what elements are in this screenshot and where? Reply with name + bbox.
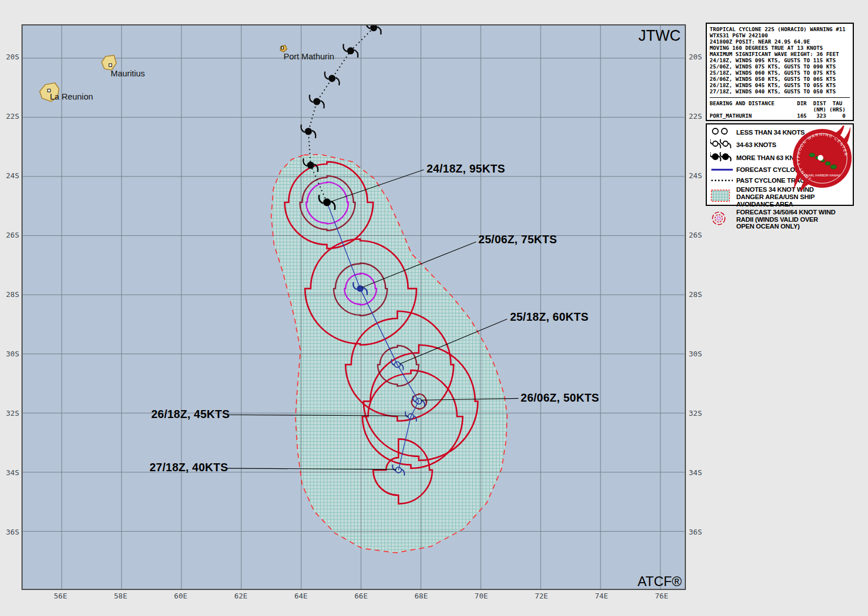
lon-tick-label: 76E xyxy=(653,592,670,600)
lon-tick-label: 70E xyxy=(473,592,490,600)
legend-box: LESS THAN 34 KNOTS 34-63 KNOTS xyxy=(706,123,854,206)
lon-tick-label: 74E xyxy=(593,592,610,600)
past-position-symbol xyxy=(325,72,339,85)
lat-tick-label: 28S xyxy=(689,290,706,299)
annotation-26-06z: 26/06Z, 50KTS xyxy=(521,391,599,404)
lat-tick-label: 20S xyxy=(2,53,19,61)
hurricane-icon xyxy=(710,152,736,164)
past-position-symbol xyxy=(343,44,358,58)
warning-text-box: TROPICAL CYCLONE 22S (HORACIO) WARNING #… xyxy=(706,23,854,121)
mauritius-marker xyxy=(109,64,112,67)
lat-tick-label: 22S xyxy=(2,112,19,120)
lat-tick-label: 24S xyxy=(689,171,706,180)
annotation-27-18z: 27/18Z, 40KTS xyxy=(149,461,228,473)
legend-label: FORECAST 34/50/64 KNOT WIND RADII (WINDS… xyxy=(736,209,837,231)
map-canvas: Mauritius La Reunion Port Mathurin 24/18… xyxy=(23,25,685,589)
lon-tick-label: 60E xyxy=(172,592,189,600)
island-label-port-mathurin: Port Mathurin xyxy=(283,51,334,61)
annotation-26-18z: 26/18Z, 45KTS xyxy=(151,408,230,420)
lon-tick-label: 58E xyxy=(112,592,129,600)
past-position-symbol xyxy=(309,94,324,108)
lat-tick-label: 20S xyxy=(689,53,706,61)
lat-tick-label: 30S xyxy=(689,350,706,358)
lon-tick-label: 62E xyxy=(232,592,249,600)
lon-tick-label: 66E xyxy=(353,592,370,600)
warning-text: TROPICAL CYCLONE 22S (HORACIO) WARNING #… xyxy=(710,26,850,94)
lon-tick-label: 56E xyxy=(52,592,69,600)
lat-tick-label: 28S xyxy=(2,290,19,299)
annotation-24-18z: 24/18Z, 95KTS xyxy=(426,162,505,175)
lon-tick-label: 72E xyxy=(533,592,550,600)
island-label-la-reunion: La Reunion xyxy=(50,92,93,101)
danger-area-swatch-icon xyxy=(710,188,736,205)
lon-tick-label: 64E xyxy=(292,592,309,600)
wind-radii-icon xyxy=(710,210,736,229)
lat-tick-label: 34S xyxy=(689,468,706,477)
lat-tick-label: 36S xyxy=(689,528,706,536)
jtwc-seal: JOINT TYPHOON WARNING CENTER PEARL HARBO… xyxy=(789,126,855,191)
bearing-distance-table: BEARING AND DISTANCE DIR DIST TAU (NM) (… xyxy=(710,100,850,119)
lat-tick-label: 36S xyxy=(2,528,19,536)
annotation-25-06z: 25/06Z, 75KTS xyxy=(478,233,557,245)
lat-tick-label: 26S xyxy=(689,231,706,239)
legend-label: 34-63 KNOTS xyxy=(736,141,776,149)
divider xyxy=(710,97,850,98)
lat-tick-label: 22S xyxy=(689,112,706,120)
atcf-screen: Mauritius La Reunion Port Mathurin 24/18… xyxy=(0,0,868,616)
lat-tick-label: 30S xyxy=(2,350,19,358)
annotation-25-18z: 25/18Z, 60KTS xyxy=(510,311,589,323)
past-position-symbol xyxy=(366,25,381,35)
lat-tick-label: 24S xyxy=(2,171,19,180)
lat-tick-label: 34S xyxy=(2,468,19,477)
island-label-mauritius: Mauritius xyxy=(111,68,145,78)
open-circle-icon xyxy=(710,127,736,138)
past-position-symbol xyxy=(301,124,316,138)
cyclone-track-map: Mauritius La Reunion Port Mathurin 24/18… xyxy=(21,24,686,590)
jtwc-watermark: JTWC xyxy=(638,27,681,44)
atcf-watermark: ATCF® xyxy=(637,574,682,589)
port-mathurin-marker xyxy=(282,47,284,49)
seal-sub-text: PEARL HARBOR HAWAII xyxy=(804,174,840,177)
lat-tick-label: 32S xyxy=(689,409,706,417)
tropical-storm-icon xyxy=(710,139,736,151)
past-track-dotted-icon xyxy=(710,175,736,186)
lat-tick-label: 32S xyxy=(2,409,19,417)
lon-tick-label: 68E xyxy=(413,592,430,600)
legend-row-wind-radii: FORECAST 34/50/64 KNOT WIND RADII (WINDS… xyxy=(710,209,850,231)
forecast-track-line-icon xyxy=(710,165,736,175)
lat-tick-label: 26S xyxy=(2,231,19,239)
